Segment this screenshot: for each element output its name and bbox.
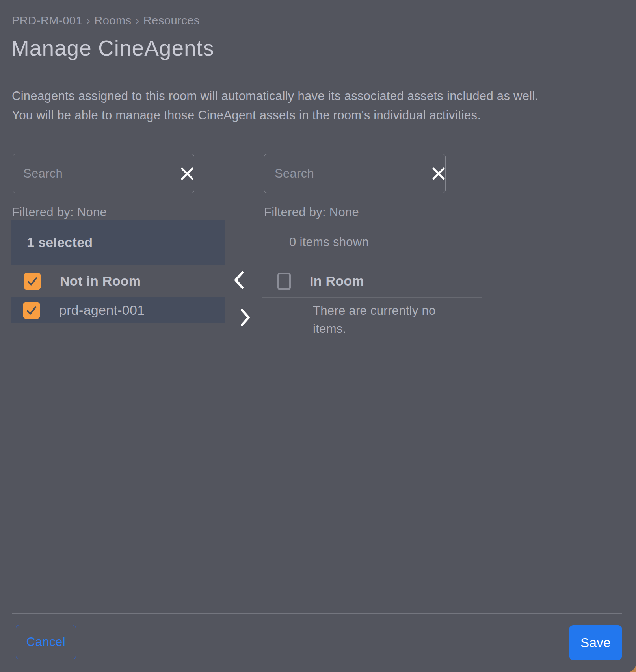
- move-to-right-button[interactable]: [237, 307, 254, 328]
- chevron-left-icon: [233, 271, 245, 290]
- title-divider: [12, 78, 622, 78]
- left-filter-label: Filtered by: None: [12, 205, 107, 219]
- chevron-right-icon: [240, 308, 251, 327]
- right-filter-label: Filtered by: None: [264, 205, 359, 219]
- empty-state-line-2: items.: [313, 320, 455, 338]
- breadcrumb-item-room-id[interactable]: PRD-RM-001: [12, 14, 82, 27]
- x-icon: [432, 167, 445, 180]
- selection-summary-text: 1 selected: [27, 235, 93, 250]
- in-room-list-divider: [262, 297, 482, 298]
- breadcrumb-item-rooms[interactable]: Rooms: [94, 14, 131, 27]
- checkmark-icon: [26, 275, 39, 288]
- breadcrumb: PRD-RM-001›Rooms›Resources: [12, 14, 200, 27]
- x-icon: [180, 167, 194, 180]
- not-in-room-header-row[interactable]: Not in Room: [11, 265, 225, 297]
- empty-state-line-1: There are currently no: [313, 302, 455, 320]
- description-text: Cineagents assigned to this room will au…: [12, 86, 539, 125]
- breadcrumb-separator: ›: [86, 14, 90, 27]
- left-search-clear-button[interactable]: [180, 162, 194, 186]
- right-search-input[interactable]: [264, 154, 432, 193]
- move-to-left-button[interactable]: [230, 270, 247, 290]
- description-line-2: You will be able to manage those CineAge…: [12, 106, 539, 125]
- manage-cineagents-modal: PRD-RM-001›Rooms›Resources Manage CineAg…: [0, 0, 636, 672]
- checkmark-icon: [25, 304, 38, 317]
- left-search-box: [13, 154, 194, 193]
- list-item-label: prd-agent-001: [59, 303, 145, 318]
- left-search-input[interactable]: [13, 154, 180, 193]
- in-room-header-row[interactable]: In Room: [264, 265, 478, 297]
- in-room-label: In Room: [310, 273, 364, 289]
- selection-summary-bar: 1 selected: [11, 220, 225, 265]
- cancel-button[interactable]: Cancel: [16, 625, 76, 659]
- breadcrumb-item-resources[interactable]: Resources: [143, 14, 200, 27]
- not-in-room-checkbox[interactable]: [24, 273, 41, 290]
- empty-state-message: There are currently no items.: [313, 302, 455, 338]
- list-item-prd-agent-001[interactable]: prd-agent-001: [11, 297, 225, 323]
- breadcrumb-separator: ›: [136, 14, 139, 27]
- prd-agent-001-checkbox[interactable]: [23, 302, 40, 319]
- save-button[interactable]: Save: [569, 625, 622, 660]
- right-search-box: [264, 154, 446, 193]
- in-room-checkbox[interactable]: [277, 273, 291, 290]
- page-title: Manage CineAgents: [11, 35, 214, 61]
- items-shown-counter: 0 items shown: [264, 220, 394, 265]
- description-line-1: Cineagents assigned to this room will au…: [12, 86, 539, 106]
- not-in-room-label: Not in Room: [60, 273, 141, 289]
- right-search-clear-button[interactable]: [432, 162, 445, 186]
- footer-divider: [12, 613, 622, 614]
